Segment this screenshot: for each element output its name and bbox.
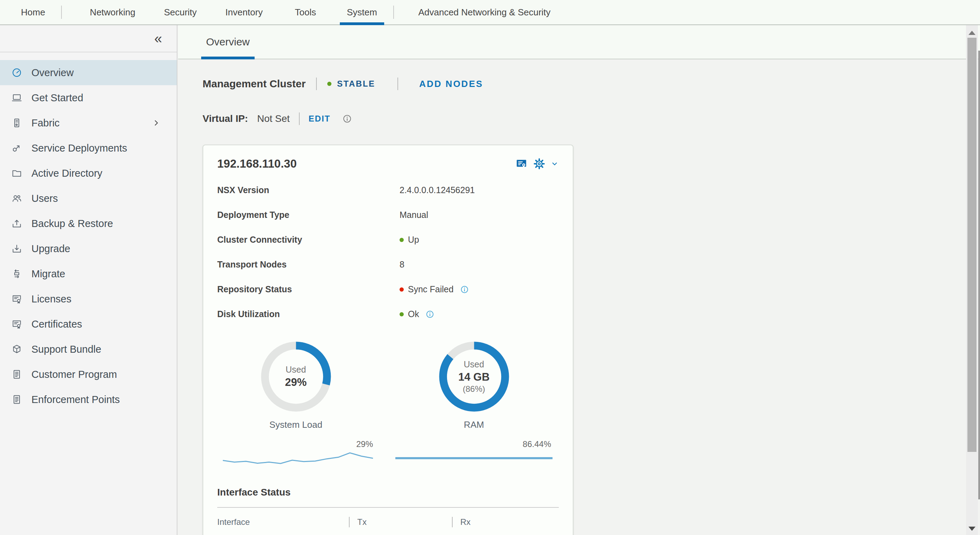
row-label: Deployment Type xyxy=(217,210,399,220)
gauge-title: System Load xyxy=(269,419,322,430)
sidebar-item-upgrade[interactable]: Upgrade xyxy=(0,236,177,261)
nav-item-security[interactable]: Security xyxy=(157,0,204,24)
sidebar-item-get-started[interactable]: Get Started xyxy=(0,85,177,110)
node-card-header: 192.168.110.30 xyxy=(217,157,559,170)
row-value: Up xyxy=(408,235,419,245)
nav-item-system[interactable]: System xyxy=(340,0,384,24)
ram-gauge: Used 14 GB (86%) RAM xyxy=(395,341,552,430)
cluster-status-dot xyxy=(327,82,331,86)
sidebar-item-label: Get Started xyxy=(32,92,83,104)
scroll-up-arrow[interactable] xyxy=(969,31,975,35)
tab-overview[interactable]: Overview xyxy=(201,25,255,59)
main-content: Overview Management Cluster STABLE ADD N… xyxy=(178,25,980,535)
row-label: NSX Version xyxy=(217,185,399,195)
chevron-right-icon xyxy=(151,118,161,127)
edit-virtual-ip-button[interactable]: EDIT xyxy=(309,114,331,124)
node-card: 192.168.110.30 NSX Version 2.4.0.0.0.124… xyxy=(202,145,573,535)
gauge-percent: (86%) xyxy=(463,384,485,394)
sidebar-item-customer-program[interactable]: Customer Program xyxy=(0,362,177,387)
virtual-ip-label: Virtual IP: xyxy=(202,113,248,124)
tab-bar: Overview xyxy=(178,25,980,59)
sidebar-item-label: Fabric xyxy=(32,117,60,129)
cluster-title: Management Cluster xyxy=(202,78,305,90)
sidebar-item-users[interactable]: Users xyxy=(0,186,177,211)
row-value: Sync Failed xyxy=(408,284,454,295)
sidebar-item-label: Overview xyxy=(32,67,74,78)
folder-icon xyxy=(11,168,22,179)
gauges-row: Used 29% System Load Used xyxy=(217,341,559,430)
virtual-ip-value: Not Set xyxy=(257,113,290,124)
divider xyxy=(316,78,317,90)
system-load-trend-chart xyxy=(223,451,373,465)
browser-scrollbar[interactable] xyxy=(978,51,980,499)
ram-sparkline: 86.44% xyxy=(395,439,552,465)
gauge-used-label: Used xyxy=(286,365,306,375)
sidebar-item-service-deployments[interactable]: Service Deployments xyxy=(0,135,177,161)
row-value: Ok xyxy=(408,309,419,319)
nav-item-inventory[interactable]: Inventory xyxy=(218,0,270,24)
sparklines-row: 29% 86.44% xyxy=(217,439,559,465)
migrate-icon xyxy=(11,268,22,279)
row-label: Repository Status xyxy=(217,284,399,295)
vertical-scrollbar xyxy=(966,25,978,535)
server-icon xyxy=(11,117,22,129)
gauge-value: 29% xyxy=(285,376,307,389)
column-header-interface: Interface xyxy=(217,517,349,527)
info-icon[interactable] xyxy=(425,310,434,319)
add-nodes-button[interactable]: ADD NODES xyxy=(419,78,483,89)
status-dot xyxy=(399,238,404,242)
info-icon[interactable] xyxy=(342,114,352,124)
sidebar-item-certificates[interactable]: Certificates xyxy=(0,312,177,337)
sidebar-item-migrate[interactable]: Migrate xyxy=(0,261,177,287)
license-manager-icon[interactable] xyxy=(515,158,528,170)
nav-item-advanced-networking-security[interactable]: Advanced Networking & Security xyxy=(411,0,558,24)
card-row-cluster-connectivity: Cluster Connectivity Up xyxy=(217,235,559,245)
sidebar-item-active-directory[interactable]: Active Directory xyxy=(0,161,177,186)
collapse-sidebar-icon[interactable]: « xyxy=(154,32,162,45)
sidebar-item-support-bundle[interactable]: Support Bundle xyxy=(0,337,177,362)
chevron-down-icon[interactable] xyxy=(550,159,559,168)
sidebar-item-label: Active Directory xyxy=(32,168,102,179)
sidebar-item-label: Licenses xyxy=(32,293,71,305)
overview-panel: Management Cluster STABLE ADD NODES Virt… xyxy=(178,78,980,535)
package-icon xyxy=(11,344,22,355)
cluster-header: Management Cluster STABLE ADD NODES xyxy=(202,78,980,90)
sidebar-item-overview[interactable]: Overview xyxy=(0,60,177,85)
nav-item-networking[interactable]: Networking xyxy=(83,0,142,24)
sidebar-item-label: Support Bundle xyxy=(32,344,101,355)
sidebar-item-enforcement-points[interactable]: Enforcement Points xyxy=(0,387,177,412)
card-row-deployment-type: Deployment Type Manual xyxy=(217,210,559,220)
gear-icon[interactable] xyxy=(533,158,546,170)
sidebar-item-label: Backup & Restore xyxy=(32,218,113,229)
document-icon xyxy=(11,394,22,405)
sidebar-collapse-row: « xyxy=(0,25,177,53)
scrollbar-thumb[interactable] xyxy=(967,38,977,452)
gauge-used-label: Used xyxy=(464,359,484,369)
virtual-ip-row: Virtual IP: Not Set EDIT xyxy=(202,113,980,125)
sidebar-item-licenses[interactable]: Licenses xyxy=(0,287,177,312)
nav-divider xyxy=(393,6,394,19)
interface-status-title: Interface Status xyxy=(217,487,559,498)
row-value: Manual xyxy=(399,210,428,220)
nav-item-home[interactable]: Home xyxy=(14,0,52,24)
deploy-icon xyxy=(11,142,22,154)
sidebar-item-fabric[interactable]: Fabric xyxy=(0,110,177,135)
info-icon[interactable] xyxy=(460,285,469,294)
cluster-status-label: STABLE xyxy=(337,79,375,89)
column-header-rx: Rx xyxy=(460,517,471,527)
scroll-down-arrow[interactable] xyxy=(969,527,975,531)
sidebar-item-label: Customer Program xyxy=(32,369,117,380)
sidebar: « Overview Get Started Fabric Service De… xyxy=(0,25,177,535)
status-dot xyxy=(399,312,404,316)
nav-item-tools[interactable]: Tools xyxy=(288,0,323,24)
sparkline-value-label: 29% xyxy=(217,439,374,449)
sidebar-item-backup-restore[interactable]: Backup & Restore xyxy=(0,211,177,236)
sidebar-item-label: Users xyxy=(32,193,58,204)
sidebar-item-label: Service Deployments xyxy=(32,142,127,154)
system-load-sparkline: 29% xyxy=(217,439,374,465)
nsx-manager-app: { "top_nav": { "items": [ {"label": "Hom… xyxy=(0,0,980,535)
sidebar-item-label: Upgrade xyxy=(32,243,70,255)
column-divider xyxy=(452,517,453,527)
sidebar-item-label: Certificates xyxy=(32,318,82,330)
gauge-icon xyxy=(11,67,22,78)
